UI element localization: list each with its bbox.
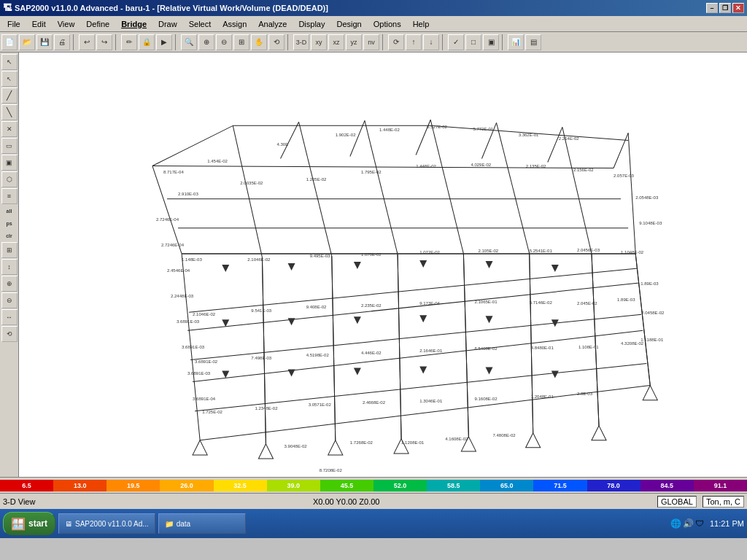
zoom-in-left-button[interactable]: ⊕	[1, 276, 18, 292]
chart-button[interactable]: 📊	[508, 34, 524, 50]
zoom-fit-button[interactable]: ⊞	[233, 34, 249, 50]
undo-button[interactable]: ↩	[79, 34, 95, 50]
menu-analyze[interactable]: Analyze	[252, 18, 293, 30]
svg-text:8.7208E-02: 8.7208E-02	[320, 468, 343, 472]
svg-text:9.541E-03: 9.541E-03	[251, 308, 271, 313]
restore-button[interactable]: ❐	[719, 3, 731, 13]
title-bar: 🏗 SAP2000 v11.0.0 Advanced - baru-1 - [R…	[0, 0, 747, 16]
draw-poly-button[interactable]: ╲	[1, 104, 18, 120]
menu-draw[interactable]: Draw	[152, 18, 183, 30]
pan-button[interactable]: ✋	[251, 34, 267, 50]
restore-view-button[interactable]: ⟳	[388, 34, 404, 50]
menu-design[interactable]: Design	[331, 18, 368, 30]
new-button[interactable]: 📄	[1, 34, 18, 50]
color-seg-11: 71.5	[533, 480, 587, 491]
ps-label: ps	[1, 217, 18, 229]
draw-lines-button[interactable]: ≡	[1, 188, 18, 204]
antivirus-icon: 🛡	[695, 518, 704, 529]
taskbar: 🪟 start 🖥 SAP2000 v11.0.0 Ad... 📁 data 🌐…	[0, 509, 747, 538]
svg-text:6.5408E-02: 6.5408E-02	[474, 346, 498, 351]
vert-scroll-button[interactable]: ↕	[1, 259, 18, 275]
xy-view-button[interactable]: xy	[311, 34, 327, 50]
svg-text:3.6891E-04: 3.6891E-04	[193, 397, 216, 401]
draw-button[interactable]: ✏	[121, 34, 137, 50]
menu-view[interactable]: View	[52, 18, 81, 30]
select-pointer2-button[interactable]: ↖	[1, 71, 18, 87]
taskbar-data[interactable]: 📁 data	[158, 513, 246, 534]
menu-edit[interactable]: Edit	[26, 18, 52, 30]
menu-help[interactable]: Help	[407, 18, 436, 30]
color-seg-5: 32.5	[214, 480, 267, 491]
run-button[interactable]: ▶	[156, 34, 172, 50]
sep7	[502, 34, 505, 50]
up-button[interactable]: ↑	[406, 34, 422, 50]
draw-rect-button[interactable]: ▭	[1, 138, 18, 154]
minimize-button[interactable]: –	[706, 3, 718, 13]
menu-define[interactable]: Define	[80, 18, 115, 30]
zoom-out-left-button[interactable]: ⊖	[1, 292, 18, 308]
color-bar: 6.5 13.0 19.5 26.0 32.5 39.0 45.5 52.0 5…	[0, 477, 747, 493]
svg-text:1.1048E-02: 1.1048E-02	[621, 250, 644, 254]
horiz-scroll-button[interactable]: ↔	[1, 309, 18, 325]
start-button[interactable]: 🪟 start	[3, 512, 55, 535]
svg-text:5.7146E-02: 5.7146E-02	[530, 300, 553, 305]
down-button[interactable]: ↓	[423, 34, 439, 50]
nv-view-button[interactable]: nv	[363, 34, 379, 50]
menu-file[interactable]: File	[1, 18, 26, 30]
lock-button[interactable]: 🔒	[139, 34, 155, 50]
svg-text:7.498E-03: 7.498E-03	[251, 356, 271, 360]
left-toolbar: ↖ ↖ ╱ ╲ ✕ ▭ ▣ ⬡ ≡ all ps clr ⊞ ↕ ⊕ ⊖ ↔ ⟲	[0, 52, 19, 477]
color-seg-9: 58.5	[427, 480, 480, 491]
svg-text:3.0571E-02: 3.0571E-02	[309, 402, 332, 407]
sep5	[382, 34, 385, 50]
table-button[interactable]: ▤	[525, 34, 541, 50]
taskbar-sap2000[interactable]: 🖥 SAP2000 v11.0.0 Ad...	[58, 513, 155, 534]
menu-bridge[interactable]: Bridge	[115, 18, 152, 30]
menu-bar: File Edit View Define Bridge Draw Select…	[0, 16, 747, 32]
rotate-left-button[interactable]: ⟲	[1, 326, 18, 342]
save-button[interactable]: 💾	[36, 34, 53, 50]
color-seg-13: 84.5	[640, 480, 694, 491]
3d-view-button[interactable]: 3-D	[293, 34, 309, 50]
redo-button[interactable]: ↪	[96, 34, 112, 50]
zoom-out-button[interactable]: ⊖	[216, 34, 232, 50]
yz-view-button[interactable]: yz	[346, 34, 362, 50]
svg-text:1.078E-02: 1.078E-02	[361, 252, 382, 257]
draw-hex-button[interactable]: ⬡	[1, 171, 18, 187]
section-button[interactable]: □	[465, 34, 481, 50]
open-button[interactable]: 📂	[19, 34, 35, 50]
close-button[interactable]: ✕	[732, 3, 744, 13]
svg-text:2.156E-02: 2.156E-02	[573, 168, 594, 172]
svg-text:1.795E-02: 1.795E-02	[361, 170, 382, 174]
svg-text:1.89E-03: 1.89E-03	[640, 281, 659, 286]
print-button[interactable]: 🖨	[54, 34, 70, 50]
svg-text:1.448E-02: 1.448E-02	[379, 128, 400, 132]
color-seg-2: 13.0	[53, 480, 107, 491]
svg-text:9.408E-02: 9.408E-02	[306, 305, 327, 309]
svg-text:1.1188E-01: 1.1188E-01	[640, 338, 664, 342]
menu-assign[interactable]: Assign	[217, 18, 252, 30]
zoom-in-button[interactable]: ⊕	[198, 34, 214, 50]
zoom-rubber-button[interactable]: 🔍	[181, 34, 197, 50]
sep1	[73, 34, 76, 50]
view-area[interactable]: Analysis Model .frame-line { stroke: #22…	[19, 52, 747, 477]
svg-text:2.4668E-02: 2.4668E-02	[363, 400, 386, 405]
menu-display[interactable]: Display	[293, 18, 330, 30]
menu-select[interactable]: Select	[183, 18, 217, 30]
draw-area-button[interactable]: ▣	[1, 155, 18, 171]
svg-text:4.029E-02: 4.029E-02	[471, 163, 491, 167]
draw-x-button[interactable]: ✕	[1, 121, 18, 137]
status-global: GLOBAL	[657, 496, 697, 508]
svg-text:2.1046E-02: 2.1046E-02	[247, 257, 271, 262]
xz-view-button[interactable]: xz	[328, 34, 344, 50]
window-button[interactable]: ▣	[483, 34, 499, 50]
svg-text:7.4808E-02: 7.4808E-02	[493, 433, 516, 438]
color-seg-4: 26.0	[160, 480, 213, 491]
svg-text:9.1048E-03: 9.1048E-03	[639, 221, 662, 225]
rotate-button[interactable]: ⟲	[268, 34, 285, 50]
select-pointer-button[interactable]: ↖	[1, 54, 18, 70]
grid-button[interactable]: ⊞	[1, 242, 18, 258]
draw-line-button[interactable]: ╱	[1, 88, 18, 104]
check-button[interactable]: ✓	[448, 34, 464, 50]
menu-options[interactable]: Options	[368, 18, 407, 30]
